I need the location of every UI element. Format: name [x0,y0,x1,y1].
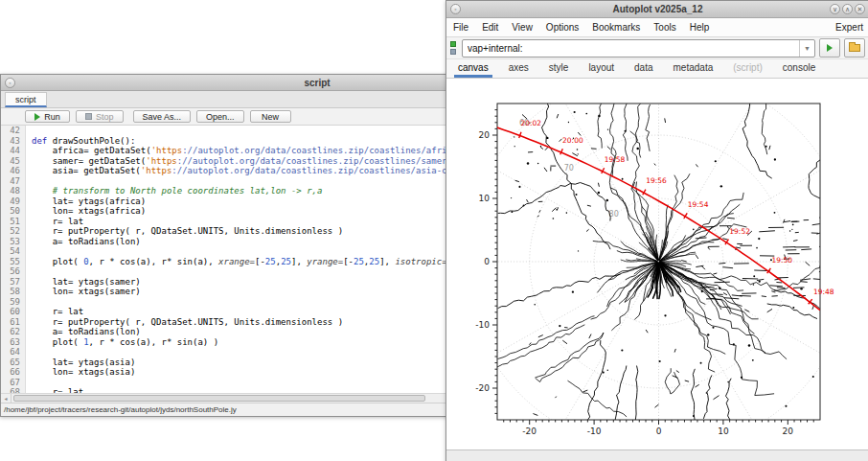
tab-canvas[interactable]: canvas [454,59,492,78]
tab-layout[interactable]: layout [584,59,618,78]
menu-tools[interactable]: Tools [647,20,682,35]
svg-text:20: 20 [783,426,794,436]
tab-metadata[interactable]: metadata [670,59,718,78]
menu-file[interactable]: File [446,20,475,35]
desktop: ◦ script script Run Stop Save As... Open… [0,0,868,461]
scrollbar-thumb[interactable] [13,395,425,402]
svg-text:-20: -20 [475,383,490,393]
new-button[interactable]: New [250,110,291,123]
tab-axes[interactable]: axes [505,59,533,78]
window-controls: ∨ ∧ ✕ [828,4,865,14]
uri-combobox[interactable]: ▼ [462,39,815,58]
svg-text:-10: -10 [587,426,602,436]
folder-icon [849,44,860,52]
svg-text:0: 0 [656,426,662,436]
svg-text:19:48: 19:48 [813,288,834,296]
svg-text:20:02: 20:02 [520,119,541,127]
close-icon[interactable]: ✕ [855,4,865,14]
run-icon [34,113,40,121]
stop-icon [85,113,92,120]
menu-help[interactable]: Help [683,20,717,35]
maximize-icon[interactable]: ∧ [842,4,853,14]
tab-script[interactable]: script [5,92,47,107]
scroll-left-arrow-icon[interactable]: ◂ [1,394,11,403]
main-tab-row: canvasaxesstylelayoutdatametadata(script… [446,59,868,79]
svg-text:19:52: 19:52 [729,227,750,236]
line-number-gutter: 4243444546474849505152535455565758596061… [1,126,26,393]
play-icon [827,44,833,52]
tab-style[interactable]: style [545,59,573,78]
autoplot-window: ◦ Autoplot v2025a_12 ∨ ∧ ✕ FileEditViewO… [445,0,868,461]
menu-bar-items: FileEditViewOptionsBookmarksToolsHelp [446,20,716,35]
menu-options[interactable]: Options [539,20,585,35]
svg-text:10: 10 [718,426,729,436]
plot-canvas[interactable]: 807060-20-1001020-20-100102020:0220:0019… [446,79,867,451]
script-file-path: /home/jbf/project/tracers/research-git/a… [4,405,237,414]
minimize-icon[interactable]: ∨ [830,4,840,14]
menu-bookmarks[interactable]: Bookmarks [585,20,647,35]
tab-data[interactable]: data [630,59,656,78]
uri-input[interactable] [463,43,799,54]
svg-text:-20: -20 [522,426,537,436]
svg-text:19:58: 19:58 [605,155,626,164]
expert-toggle[interactable]: Expert [835,22,863,33]
open-button[interactable]: Open... [196,110,244,123]
menu-edit[interactable]: Edit [475,20,505,35]
svg-text:20: 20 [479,130,491,140]
save-as-button[interactable]: Save As... [133,110,192,123]
menu-bar: FileEditViewOptionsBookmarksToolsHelp Ex… [446,18,868,37]
svg-text:19:56: 19:56 [646,176,667,185]
plot-canvas-area[interactable]: 807060-20-1001020-20-100102020:0220:0019… [446,79,868,449]
menu-view[interactable]: View [505,20,539,35]
svg-text:70: 70 [564,164,574,173]
datasource-type-icon [450,41,458,55]
svg-text:0: 0 [484,257,490,266]
chevron-down-icon[interactable]: ▼ [799,40,814,57]
open-file-button[interactable] [844,38,865,58]
address-row: ▼ [446,37,868,59]
run-button[interactable]: Run [25,110,70,123]
go-play-button[interactable] [819,38,840,58]
autoplot-titlebar[interactable]: ◦ Autoplot v2025a_12 ∨ ∧ ✕ [446,1,868,18]
svg-text:19:50: 19:50 [771,256,792,265]
svg-text:-10: -10 [475,320,490,330]
autoplot-window-title: Autoplot v2025a_12 [446,4,868,14]
svg-text:20:00: 20:00 [562,136,583,145]
tab-console[interactable]: console [779,59,819,78]
tab-script[interactable]: (script) [729,59,766,78]
svg-text:19:54: 19:54 [688,200,709,209]
stop-button[interactable]: Stop [76,110,124,123]
svg-text:10: 10 [479,194,491,203]
